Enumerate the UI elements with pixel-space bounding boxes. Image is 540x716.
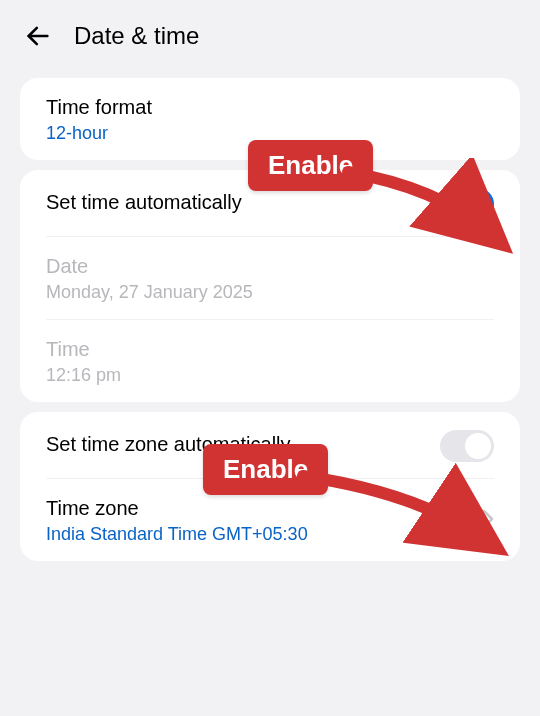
time-row: Time 12:16 pm (20, 320, 520, 402)
time-zone-card: Set time zone automatically Time zone In… (20, 412, 520, 561)
time-zone-value: India Standard Time GMT+05:30 (46, 524, 308, 545)
set-time-auto-row[interactable]: Set time automatically (20, 170, 520, 236)
set-time-auto-toggle[interactable] (440, 188, 494, 220)
time-format-card: Time format 12-hour (20, 78, 520, 160)
auto-time-card: Set time automatically Date Monday, 27 J… (20, 170, 520, 402)
time-value: 12:16 pm (46, 365, 494, 386)
set-timezone-auto-toggle[interactable] (440, 430, 494, 462)
time-format-row[interactable]: Time format 12-hour (20, 78, 520, 160)
time-format-value: 12-hour (46, 123, 494, 144)
date-row: Date Monday, 27 January 2025 (20, 237, 520, 319)
time-format-label: Time format (46, 96, 494, 119)
chevron-right-icon (482, 509, 494, 533)
time-label: Time (46, 338, 494, 361)
set-time-auto-label: Set time automatically (46, 191, 242, 214)
page-title: Date & time (74, 22, 199, 50)
back-arrow-icon[interactable] (24, 22, 52, 50)
time-zone-label: Time zone (46, 497, 308, 520)
time-zone-row[interactable]: Time zone India Standard Time GMT+05:30 (20, 479, 520, 561)
set-timezone-auto-label: Set time zone automatically (46, 433, 291, 456)
date-label: Date (46, 255, 494, 278)
date-value: Monday, 27 January 2025 (46, 282, 494, 303)
set-timezone-auto-row[interactable]: Set time zone automatically (20, 412, 520, 478)
